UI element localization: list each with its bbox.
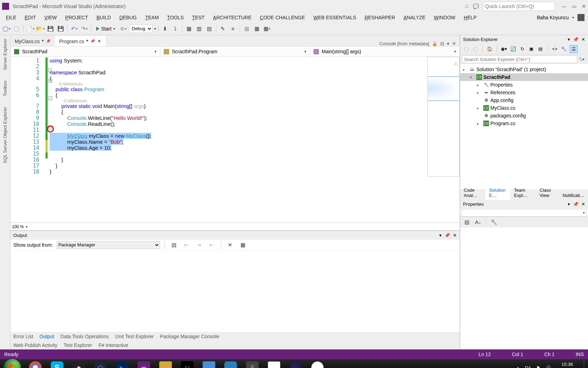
indent-button[interactable]: ≡	[229, 24, 238, 33]
comment-button[interactable]: ✎	[218, 24, 227, 33]
menu-code-challenge[interactable]: CODE CHALLENGE	[255, 13, 309, 22]
bottom-tab-unit-test-explorer[interactable]: Unit Test Explorer	[115, 334, 154, 339]
nav-member[interactable]: Main(string[] args)▾	[310, 47, 460, 56]
prop-alpha[interactable]: A↓	[474, 218, 483, 227]
undo-button[interactable]: ↶	[70, 24, 79, 33]
tray-clock[interactable]: 15:3625-12-2014	[556, 362, 579, 368]
prop-pin-icon[interactable]: 📌	[573, 202, 579, 207]
output-pin-icon[interactable]: 📌	[444, 233, 450, 238]
taskbar-app-4[interactable]	[220, 359, 241, 368]
user-dropdown-icon[interactable]: ▾	[572, 16, 574, 19]
output-source-select[interactable]: Package Manager	[57, 241, 160, 249]
search-icon[interactable]: 🔍▾	[577, 57, 586, 61]
se-close-icon[interactable]: ✕	[581, 37, 585, 42]
se-preview-toggle[interactable]: ☰	[570, 45, 578, 53]
menu-view[interactable]: VIEW	[40, 13, 61, 22]
bottom-tab-output[interactable]: Output	[40, 334, 54, 339]
tray-language[interactable]: DA	[525, 365, 531, 368]
taskbar-skype[interactable]: S	[46, 359, 68, 368]
bottom-tab-web-publish-activity[interactable]: Web Publish Activity	[13, 342, 57, 348]
output-tool-3[interactable]: ⇥	[195, 240, 204, 250]
tray-flag-icon[interactable]: ⚑	[536, 365, 540, 368]
output-tool-1[interactable]: ▤	[169, 240, 178, 250]
notification-down-icon[interactable]: ▽	[465, 4, 469, 9]
taskbar-notepad[interactable]: ✎	[263, 359, 285, 368]
metadata-close-icon[interactable]: ✕	[452, 41, 456, 46]
menu-help[interactable]: HELP	[460, 13, 481, 22]
menu-tools[interactable]: TOOLS	[163, 13, 188, 22]
tree-solution-scracthpad-1-project-[interactable]: ▸🗂Solution 'ScracthPad' (1 project)	[460, 66, 588, 73]
output-close-icon[interactable]: ✕	[453, 233, 457, 238]
menu-project[interactable]: PROJECT	[61, 13, 92, 22]
nav-class[interactable]: ScracthPad.Program▾	[160, 47, 310, 56]
menu-edit[interactable]: EDIT	[21, 13, 40, 22]
output-tool-4[interactable]: ⇤	[207, 240, 216, 250]
play-button[interactable]: ▦	[242, 24, 251, 33]
prop-categorized[interactable]: ▤	[462, 218, 471, 227]
redo-button[interactable]: ↷	[80, 24, 89, 33]
tool-2[interactable]: ▥	[195, 24, 204, 33]
bottom-tab-test-explorer[interactable]: Test Explorer	[64, 342, 92, 348]
menu-window[interactable]: WINDOW	[430, 13, 460, 22]
nav-project[interactable]: ScracthPad▾	[10, 47, 160, 56]
se-refresh[interactable]: ↻	[519, 46, 525, 52]
menu-debug[interactable]: DEBUG	[115, 13, 141, 22]
se-showall[interactable]: ▤	[537, 46, 544, 52]
output-clear[interactable]: ✕	[226, 240, 235, 250]
ext-button[interactable]: ▦	[262, 24, 272, 33]
prop-object-select[interactable]: ▾	[462, 209, 587, 217]
maximize-button[interactable]: ▭	[572, 4, 576, 9]
toolbox-tab[interactable]: Toolbox	[2, 79, 8, 98]
tab-myclass-cs[interactable]: MyClass.cs*📌	[10, 36, 55, 46]
menu-build[interactable]: BUILD	[92, 13, 115, 22]
user-avatar[interactable]	[578, 14, 584, 21]
panel-tab-3[interactable]: Class View	[536, 186, 559, 200]
tab-program-cs[interactable]: Program.cs*📌✕	[55, 36, 105, 46]
se-pin-icon[interactable]: 📌	[573, 37, 579, 42]
output-dropdown-icon[interactable]: ▾	[439, 233, 442, 238]
menu-analyze[interactable]: ANALYZE	[399, 13, 430, 22]
prop-dropdown-icon[interactable]: ▾	[568, 202, 570, 207]
se-collapse[interactable]: ▣	[528, 46, 534, 52]
bottom-tab-error-list[interactable]: Error List	[13, 334, 33, 339]
config-select[interactable]: Debug	[129, 25, 153, 33]
menu-architecture[interactable]: ARCHITECTURE	[209, 13, 256, 22]
menu-test[interactable]: TEST	[188, 13, 209, 22]
step-over-button[interactable]: ⤵	[171, 24, 180, 33]
metadata-pin-icon[interactable]: ⊟	[440, 41, 444, 46]
prop-pages[interactable]: 🔧	[489, 218, 498, 227]
tree-properties[interactable]: ▸🔧Properties	[460, 81, 588, 89]
tree-myclass-cs[interactable]: ▸C#MyClass.cs	[460, 104, 588, 112]
save-all-button[interactable]: 💾	[56, 24, 65, 33]
taskbar-cmd[interactable]: C:\	[176, 359, 198, 368]
se-fwd[interactable]: ◯	[472, 46, 478, 52]
menu-file[interactable]: FILE	[2, 13, 21, 22]
close-button[interactable]: ✕	[582, 4, 586, 9]
tool-1[interactable]: ▦	[184, 24, 194, 33]
menu-resharper[interactable]: RESHARPER	[360, 13, 399, 22]
metadata-tab-label[interactable]: Console [from metadata]	[379, 41, 429, 46]
browser-select[interactable]: ⊕	[119, 24, 128, 33]
tree-references[interactable]: ▸▪▪References	[460, 89, 588, 96]
panel-tab-1[interactable]: Solution E…	[485, 186, 511, 200]
feedback-icon[interactable]: 💬	[473, 4, 479, 9]
menu-team[interactable]: TEAM	[141, 13, 163, 22]
nav-forward-button[interactable]: ◯	[12, 24, 21, 33]
zoom-level[interactable]: 100 %	[12, 224, 24, 229]
taskbar-visualstudio[interactable]: ∞	[133, 359, 155, 368]
taskbar-sublime[interactable]: S	[241, 359, 263, 368]
tree-app-config[interactable]: ⚙App.config	[460, 96, 588, 104]
menu-web-essentials[interactable]: WEB ESSENTIALS	[309, 13, 360, 22]
tool-3[interactable]: ▤	[205, 24, 214, 33]
taskbar-chrome[interactable]	[24, 359, 46, 368]
se-back[interactable]: ◯	[463, 46, 469, 52]
taskbar-app-1[interactable]: ◉	[68, 359, 90, 368]
taskbar-app-2[interactable]	[155, 359, 176, 368]
save-button[interactable]: 💾	[46, 24, 55, 33]
solution-explorer-tree[interactable]: ▸🗂Solution 'ScracthPad' (1 project)▾C#Sc…	[460, 64, 588, 189]
open-file-button[interactable]: 📂	[36, 24, 45, 33]
tree-packages-config[interactable]: ⚙packages.config	[460, 112, 588, 120]
tree-program-cs[interactable]: ▸C#Program.cs	[460, 120, 588, 127]
tree-scracthpad[interactable]: ▾C#ScracthPad	[460, 73, 588, 81]
tab-dropdown-icon[interactable]: ▾	[447, 41, 449, 46]
